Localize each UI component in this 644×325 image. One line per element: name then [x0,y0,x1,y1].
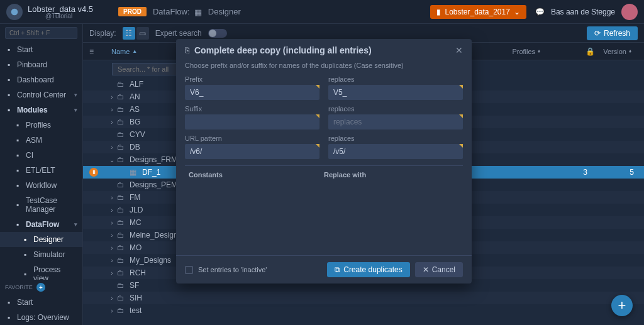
folder-icon: 🗀 [117,294,126,302]
suffix-input[interactable] [185,114,319,129]
expand-icon[interactable]: › [107,295,117,302]
tree-row[interactable]: ›🗀test [83,304,644,317]
favorite-item-start[interactable]: ▪Start [0,295,82,310]
deep-copy-modal: ⎘ Complete deep copy (including all entr… [176,39,472,284]
folder-icon: 🗀 [117,256,126,265]
sidebar-item-dashboard[interactable]: ▪Dashboard [0,72,82,87]
favorite-label: FAVORITE [5,284,33,290]
close-icon[interactable]: ✕ [455,45,463,55]
sidebar-item-label: Simulator [33,250,65,259]
tree-row[interactable]: ›🗀SIH [83,292,644,304]
sidebar-item-label: Start [17,45,33,54]
context-selector[interactable]: ▮ Lobster_data_2017 ⌄ [430,5,526,19]
folder-icon: 🗀 [117,231,126,240]
column-name[interactable]: Name▲ [111,48,137,55]
folder-icon: 🗀 [117,118,126,126]
refresh-button[interactable]: ⟳ Refresh [587,26,638,40]
expand-icon[interactable]: › [107,207,117,214]
cancel-button[interactable]: ✕ Cancel [415,262,463,277]
chat-icon[interactable]: 💬 [535,8,545,16]
folder-icon: 🗀 [117,218,126,227]
sidebar-item-process-view[interactable]: ▪Process view [0,262,82,280]
expand-icon[interactable]: › [107,94,117,101]
url-pattern-label: URL pattern [185,135,319,142]
expand-icon[interactable]: ⌄ [107,157,117,163]
user-name: Bas aan de Stegge [551,8,615,16]
expand-icon[interactable]: › [107,119,117,126]
asm-icon: ▪ [14,136,21,144]
avatar[interactable] [621,4,638,20]
file-icon: ▦ [130,168,138,177]
replace-with-col: Replace with [324,171,459,179]
sidebar-item-ci[interactable]: ▪CI [0,148,82,163]
global-search-input[interactable] [5,27,77,39]
top-bar: Lobster_data v4.5 @Tutorial PROD DataFlo… [0,0,644,24]
sliders-icon: ▪ [5,91,13,99]
menu-icon[interactable]: ≡ [89,47,94,56]
favorite-item-logs-overview[interactable]: ▪Logs: Overview [0,310,82,325]
expand-icon[interactable]: › [107,194,117,201]
sidebar-item-asm[interactable]: ▪ASM [0,133,82,148]
app-subtitle: @Tutorial [45,13,93,19]
url-pattern-input[interactable] [185,144,319,159]
expand-icon[interactable]: › [107,245,117,251]
sidebar-item-label: CI [26,151,33,160]
expand-icon[interactable]: › [107,257,117,264]
sidebar-item-label: ASM [26,136,42,145]
expand-icon[interactable]: › [107,219,117,226]
url-replaces-input[interactable] [328,144,463,159]
column-profiles[interactable]: Profiles♦ [512,48,540,55]
folder-icon: 🗀 [117,143,126,151]
app-logo [6,4,23,20]
env-badge: PROD [118,7,147,16]
sidebar-item-simulator[interactable]: ▪Simulator [0,247,82,262]
sidebar-item-designer[interactable]: ▪Designer [0,232,82,247]
sidebar-item-label: Process view [33,265,77,280]
sidebar-item-start[interactable]: ▪Start [0,42,82,57]
expand-icon[interactable]: › [107,144,117,151]
suffix-replaces-input[interactable] [328,114,463,129]
dataflow-icon: ▪ [14,221,21,228]
column-version[interactable]: Version♦ [603,48,631,55]
sidebar-item-profiles[interactable]: ▪Profiles [0,118,82,133]
folder-icon: 🗀 [117,180,126,189]
folder-icon: 🗀 [117,130,126,139]
pin-icon: ▪ [5,61,13,69]
add-fab-button[interactable]: + [611,295,633,316]
suffix-replaces-label: replaces [328,105,463,113]
display-label: Display: [89,29,116,38]
prefix-input[interactable] [185,85,319,100]
test-icon: ▪ [14,201,21,209]
sidebar-item-label: Control Center [17,91,66,99]
expand-icon[interactable]: › [107,270,117,277]
sidebar-item-dataflow[interactable]: ▪DataFlow▾ [0,217,82,232]
etl-icon: ▪ [14,167,21,174]
sidebar-item-label: Profiles [26,121,51,129]
sidebar-item-control-center[interactable]: ▪Control Center▾ [0,87,82,102]
favorite-list: ▪Start▪Logs: Overview [0,295,82,325]
tree-view-button[interactable]: ☷ [123,27,135,40]
sidebar-item-etl-elt[interactable]: ▪ETL/ELT [0,163,82,178]
list-view-button[interactable]: ▭ [136,27,149,40]
close-icon: ✕ [423,265,429,274]
add-favorite-button[interactable]: + [36,283,45,292]
expand-icon[interactable]: › [107,307,117,314]
sort-asc-icon: ▲ [132,48,137,54]
sidebar-item-testcase-manager[interactable]: ▪TestCase Manager [0,193,82,217]
nav-list: ▪Start▪Pinboard▪Dashboard▪Control Center… [0,42,82,280]
prefix-replaces-input[interactable] [328,85,463,100]
expert-search-toggle[interactable] [208,29,227,38]
folder-icon: 🗀 [117,105,126,114]
expand-icon[interactable]: › [107,232,117,239]
inactive-checkbox[interactable] [185,266,193,274]
folder-icon: 🗀 [117,155,126,164]
version-cell: 5 [587,168,638,177]
breadcrumb-leaf: Designer [208,7,241,16]
sidebar-item-label: Pinboard [17,60,47,69]
sidebar-item-workflow[interactable]: ▪Workflow [0,178,82,193]
sidebar-item-pinboard[interactable]: ▪Pinboard [0,57,82,72]
expand-icon[interactable]: › [107,106,117,113]
create-duplicates-button[interactable]: ⧉ Create duplicates [327,262,409,277]
folder-icon: 🗀 [117,268,126,277]
sidebar-item-modules[interactable]: ▪Modules▾ [0,102,82,118]
